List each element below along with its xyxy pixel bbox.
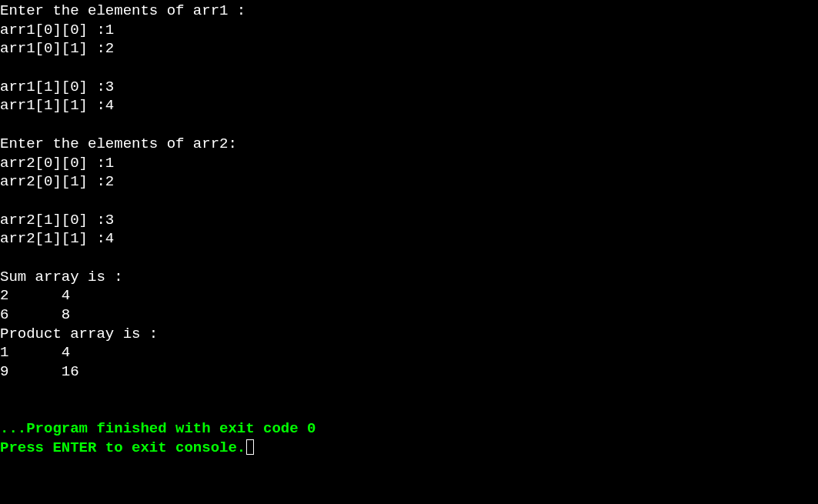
terminal-line <box>0 58 818 78</box>
terminal-text: Enter the elements of arr1 : <box>0 2 245 19</box>
terminal-line: arr1[0][1] :2 <box>0 39 818 58</box>
terminal-line: ...Program finished with exit code 0 <box>0 419 818 439</box>
terminal-text: 6 8 <box>0 306 70 323</box>
terminal-line <box>0 382 818 401</box>
terminal-text: arr1[0][1] :2 <box>0 40 114 57</box>
terminal-line <box>0 249 818 268</box>
terminal-text: arr2[1][1] :4 <box>0 230 114 247</box>
terminal-text: ...Program finished with exit code 0 <box>0 420 316 437</box>
terminal-line: arr1[1][1] :4 <box>0 96 818 115</box>
terminal-text: Enter the elements of arr2: <box>0 135 237 152</box>
terminal-text: 2 4 <box>0 287 70 304</box>
terminal-line: Press ENTER to exit console. <box>0 439 818 458</box>
cursor-icon <box>246 439 254 455</box>
terminal-line <box>0 115 818 135</box>
terminal-line: 1 4 <box>0 343 818 362</box>
terminal-text: 1 4 <box>0 344 70 361</box>
terminal-line: arr2[1][0] :3 <box>0 211 818 230</box>
terminal-line: arr2[1][1] :4 <box>0 229 818 249</box>
terminal-text: arr2[0][1] :2 <box>0 173 114 190</box>
terminal-text: Product array is : <box>0 325 158 342</box>
terminal-line: arr2[0][0] :1 <box>0 154 818 173</box>
terminal-text: arr2[0][0] :1 <box>0 155 114 172</box>
terminal-line: 9 16 <box>0 362 818 382</box>
terminal-line: arr1[1][0] :3 <box>0 78 818 97</box>
terminal-line <box>0 192 818 211</box>
terminal-line: Product array is : <box>0 325 818 344</box>
terminal-line: Enter the elements of arr2: <box>0 135 818 154</box>
terminal-text: 9 16 <box>0 363 79 380</box>
terminal-line: 6 8 <box>0 305 818 325</box>
terminal-line: 2 4 <box>0 286 818 305</box>
terminal-output[interactable]: Enter the elements of arr1 :arr1[0][0] :… <box>0 2 818 458</box>
terminal-text: arr1[0][0] :1 <box>0 22 114 38</box>
terminal-text: arr1[1][1] :4 <box>0 97 114 114</box>
terminal-text: arr2[1][0] :3 <box>0 212 114 229</box>
terminal-text: Press ENTER to exit console. <box>0 439 245 456</box>
terminal-text: Sum array is : <box>0 269 123 285</box>
terminal-line: arr1[0][0] :1 <box>0 21 818 40</box>
terminal-line: arr2[0][1] :2 <box>0 172 818 192</box>
terminal-line: Sum array is : <box>0 268 818 287</box>
terminal-line <box>0 400 818 419</box>
terminal-text: arr1[1][0] :3 <box>0 78 114 95</box>
terminal-line: Enter the elements of arr1 : <box>0 2 818 21</box>
